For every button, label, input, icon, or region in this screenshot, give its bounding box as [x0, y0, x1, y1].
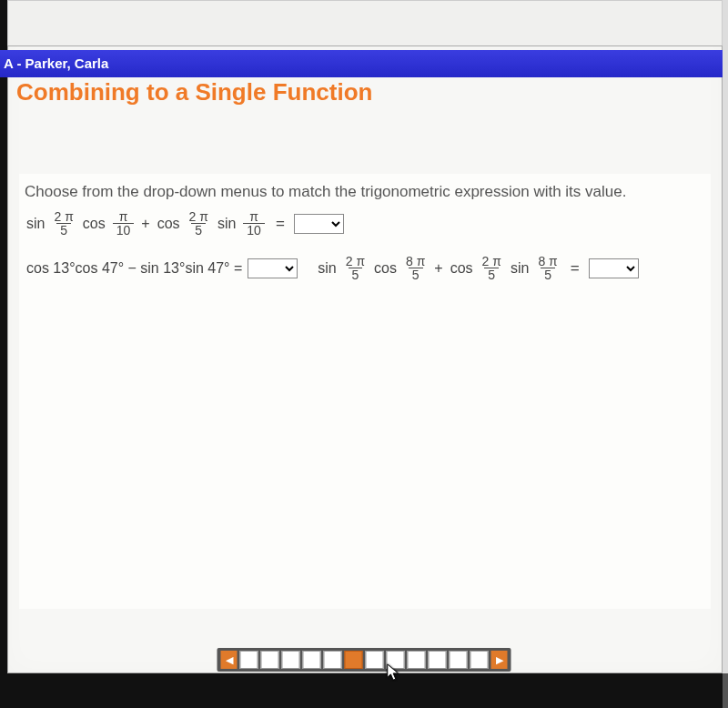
- page-title: Combining to a Single Function: [16, 78, 372, 106]
- cos-fn: cos: [156, 216, 182, 232]
- fraction: 2 π 5: [344, 255, 367, 281]
- sin-fn: sin: [509, 260, 531, 277]
- answer-dropdown-1[interactable]: [294, 214, 344, 234]
- page-cell-10[interactable]: [429, 651, 447, 669]
- prev-icon: ◀: [226, 654, 233, 666]
- expression-row-2: cos 13°cos 47° − sin 13°sin 47° = sin 2 …: [19, 251, 711, 285]
- cos-fn: cos: [449, 260, 475, 277]
- student-name: A - Parker, Carla: [4, 56, 108, 71]
- next-page-button[interactable]: ▶: [491, 651, 508, 669]
- expression-1: sin 2 π 5 cos π 10 + cos 2 π 5 sin π 10 …: [19, 207, 711, 240]
- plus-sign: +: [432, 260, 444, 277]
- prev-page-button[interactable]: ◀: [221, 651, 238, 669]
- expression-2-text: cos 13°cos 47° − sin 13°sin 47° =: [25, 260, 244, 277]
- page-cell-8[interactable]: [387, 651, 405, 669]
- lesson-panel: Choose from the drop-down menus to match…: [7, 46, 723, 673]
- page-cell-3[interactable]: [282, 651, 300, 669]
- page-cell-4[interactable]: [303, 651, 321, 669]
- fraction: π 10: [113, 210, 135, 237]
- student-header: A - Parker, Carla: [0, 50, 723, 77]
- page-cell-5[interactable]: [324, 651, 342, 669]
- plus-sign: +: [139, 216, 151, 232]
- page-navigator: ◀ ▶: [217, 648, 511, 672]
- page-cell-6[interactable]: [345, 651, 363, 669]
- scrollbar[interactable]: [723, 0, 728, 673]
- fraction: 8 π 5: [404, 255, 427, 281]
- answer-dropdown-3[interactable]: [589, 258, 639, 278]
- fraction: π 10: [243, 210, 265, 237]
- next-icon: ▶: [496, 654, 503, 666]
- content-area: Choose from the drop-down menus to match…: [19, 174, 711, 609]
- answer-dropdown-2[interactable]: [248, 258, 298, 278]
- sin-fn: sin: [216, 216, 238, 232]
- cos-fn: cos: [372, 260, 399, 277]
- fraction: 2 π 5: [480, 255, 503, 281]
- sin-fn: sin: [316, 260, 338, 277]
- page-cell-12[interactable]: [470, 651, 489, 669]
- fraction: 2 π 5: [52, 210, 75, 237]
- window-chrome-top: [7, 0, 723, 50]
- desk-surface: [0, 708, 728, 728]
- equals-sign: =: [565, 259, 585, 278]
- instructions-text: Choose from the drop-down menus to match…: [19, 174, 711, 207]
- page-cell-1[interactable]: [240, 651, 258, 669]
- equals-sign: =: [270, 215, 290, 233]
- page-cell-7[interactable]: [366, 651, 384, 669]
- page-cell-9[interactable]: [408, 651, 426, 669]
- monitor-bezel: [7, 673, 723, 708]
- cos-fn: cos: [81, 216, 107, 232]
- page-cell-2[interactable]: [261, 651, 279, 669]
- fraction: 2 π 5: [187, 210, 210, 237]
- fraction: 8 π 5: [536, 255, 559, 281]
- sin-fn: sin: [25, 216, 46, 232]
- page-cell-11[interactable]: [450, 651, 468, 669]
